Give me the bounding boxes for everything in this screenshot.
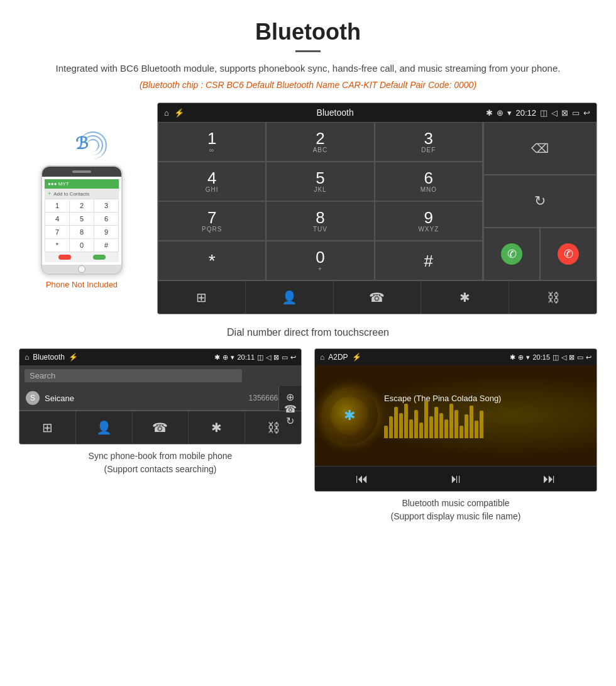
- pb-usb-icon: ⚡: [69, 353, 78, 362]
- pb-nav-grid[interactable]: ⊞: [19, 411, 76, 444]
- music-vol-icon: ◁: [561, 353, 566, 362]
- dial-sub-4: GHI: [206, 186, 219, 193]
- music-bar: [424, 401, 428, 438]
- dial-sub-0: +: [318, 265, 322, 272]
- music-content-area: ✱ Escape (The Pina Colada Song): [315, 365, 597, 466]
- pb-search-field[interactable]: Search: [25, 369, 242, 382]
- nav-contacts-button[interactable]: 👤: [246, 281, 334, 314]
- dial-num-8: 8: [316, 209, 324, 226]
- pb-status-bar: ⌂ Bluetooth ⚡ ✱ ⊕ ▾ 20:11 ◫ ◁ ⊠ ▭ ↩: [19, 349, 301, 365]
- dial-num-star: *: [209, 252, 216, 270]
- dial-key-5[interactable]: 5 JKL: [266, 162, 374, 201]
- pb-nav-phone[interactable]: ☎: [133, 411, 189, 444]
- music-section: ⌂ A2DP ⚡ ✱ ⊕ ▾ 20:15 ◫ ◁ ⊠ ▭ ↩: [314, 348, 597, 524]
- green-call-button[interactable]: ✆: [483, 228, 540, 280]
- music-bar: [409, 419, 413, 438]
- phone-side: ℬ ●●● MYT + Add to Contacts 1 2: [19, 102, 145, 289]
- window-icon: ▭: [572, 108, 580, 118]
- pb-back-icon: ↩: [290, 353, 296, 362]
- dial-sub-6: MNO: [421, 186, 437, 193]
- side-cell-refresh[interactable]: ↻: [483, 175, 597, 228]
- music-caption-line2: (Support display music file name): [391, 511, 521, 521]
- phone-keypad: 1 2 3 4 5 6 7 8 9 * 0 #: [45, 199, 119, 252]
- pb-close-icon: ⊠: [273, 353, 279, 362]
- phone-key-0: 0: [70, 239, 94, 252]
- dialer-screen-title: Bluetooth: [317, 108, 354, 118]
- dial-key-8[interactable]: 8 TUV: [266, 201, 374, 241]
- pb-bt-icon: ✱: [214, 353, 220, 362]
- dial-sub-5: JKL: [314, 186, 326, 193]
- dial-key-hash[interactable]: #: [375, 241, 483, 280]
- music-status-bar: ⌂ A2DP ⚡ ✱ ⊕ ▾ 20:15 ◫ ◁ ⊠ ▭ ↩: [315, 349, 597, 365]
- link-icon: ⛓: [547, 290, 559, 305]
- status-bar-left: ⌂ ⚡: [164, 108, 184, 118]
- music-prev-button[interactable]: ⏮: [356, 472, 368, 486]
- music-bar: [434, 407, 438, 438]
- pb-nav-bluetooth[interactable]: ✱: [189, 411, 245, 444]
- dial-key-6[interactable]: 6 MNO: [375, 162, 483, 201]
- pb-nav-contacts[interactable]: 👤: [76, 411, 133, 444]
- pb-win-icon: ▭: [282, 353, 288, 362]
- pb-call-side-icon[interactable]: ☎: [284, 403, 297, 415]
- pb-screen-title: Bluetooth: [33, 353, 65, 362]
- pb-contact-row[interactable]: S Seicane 13566664466: [19, 386, 301, 411]
- dial-num-4: 4: [207, 170, 216, 186]
- music-bar: [429, 416, 433, 438]
- music-usb-icon: ⚡: [352, 353, 361, 362]
- phonebook-section: ⌂ Bluetooth ⚡ ✱ ⊕ ▾ 20:11 ◫ ◁ ⊠ ▭ ↩: [19, 348, 302, 524]
- music-bars: [384, 407, 590, 438]
- music-play-pause-button[interactable]: ⏯: [449, 472, 462, 486]
- dial-key-2[interactable]: 2 ABC: [266, 122, 374, 162]
- nav-bluetooth-button[interactable]: ✱: [421, 281, 509, 314]
- dial-key-1[interactable]: 1 ∞: [158, 122, 266, 162]
- dial-sub-3: DEF: [421, 147, 436, 153]
- phone-home-circle: [78, 265, 85, 273]
- main-section: ℬ ●●● MYT + Add to Contacts 1 2: [0, 96, 616, 321]
- phone-key-star: *: [45, 239, 69, 252]
- pb-time: 20:11: [237, 353, 255, 361]
- phone-key-1: 1: [45, 199, 69, 212]
- usb-icon: ⚡: [174, 108, 184, 118]
- pb-refresh-side-icon[interactable]: ↻: [286, 415, 294, 427]
- side-empty-1[interactable]: ⌫: [483, 122, 597, 175]
- dial-key-9[interactable]: 9 WXYZ: [375, 201, 483, 241]
- phone-contacts-bar: + Add to Contacts: [45, 189, 119, 199]
- music-bar: [394, 407, 398, 438]
- music-status-right: ✱ ⊕ ▾ 20:15 ◫ ◁ ⊠ ▭ ↩: [510, 353, 591, 362]
- red-end-button[interactable]: ✆: [540, 228, 597, 280]
- page-header: Bluetooth Integrated with BC6 Bluetooth …: [0, 0, 616, 96]
- dial-key-0[interactable]: 0 +: [266, 241, 374, 280]
- green-call-icon: ✆: [501, 243, 522, 265]
- music-next-button[interactable]: ⏭: [543, 472, 556, 486]
- nav-grid-button[interactable]: ⊞: [158, 281, 246, 314]
- head-unit-dialer: ⌂ ⚡ Bluetooth ✱ ⊕ ▾ 20:12 ◫ ◁ ⊠ ▭ ↩ 1: [157, 102, 597, 314]
- nav-link-button[interactable]: ⛓: [509, 281, 597, 314]
- dial-num-5: 5: [316, 170, 324, 186]
- phonebook-caption-line2: (Support contacts searching): [104, 464, 217, 474]
- music-caption: Bluetooth music compatible (Support disp…: [391, 492, 521, 524]
- phone-screen: ●●● MYT + Add to Contacts 1 2 3 4 5 6 7 …: [42, 177, 121, 265]
- dial-key-4[interactable]: 4 GHI: [158, 162, 266, 201]
- bottom-nav-bar: ⊞ 👤 ☎ ✱ ⛓: [158, 280, 597, 314]
- phone-mockup: ●●● MYT + Add to Contacts 1 2 3 4 5 6 7 …: [41, 165, 123, 275]
- pb-search-icon[interactable]: ⊕: [286, 391, 294, 403]
- dial-key-7[interactable]: 7 PQRS: [158, 201, 266, 241]
- dial-num-0: 0: [316, 249, 324, 265]
- dialer-status-bar: ⌂ ⚡ Bluetooth ✱ ⊕ ▾ 20:12 ◫ ◁ ⊠ ▭ ↩: [158, 103, 597, 122]
- dial-sub-2: ABC: [313, 147, 328, 153]
- bluetooth-signal-icon: ℬ: [63, 128, 101, 165]
- music-close-icon: ⊠: [569, 353, 575, 362]
- music-cam-icon: ◫: [553, 353, 559, 362]
- dial-key-star[interactable]: *: [158, 241, 266, 280]
- bt-status-icon: ✱: [486, 108, 493, 118]
- location-icon: ⊕: [497, 108, 503, 118]
- nav-phone-button[interactable]: ☎: [334, 281, 422, 314]
- dial-key-3[interactable]: 3 DEF: [375, 122, 483, 162]
- pb-main-content: S Seicane 13566664466: [19, 386, 301, 411]
- music-bar: [459, 426, 463, 438]
- backspace-icon: ⌫: [531, 141, 549, 156]
- music-bar: [470, 406, 473, 438]
- music-signal-icon: ▾: [526, 353, 530, 362]
- music-win-icon: ▭: [577, 353, 583, 362]
- music-bar: [480, 411, 483, 438]
